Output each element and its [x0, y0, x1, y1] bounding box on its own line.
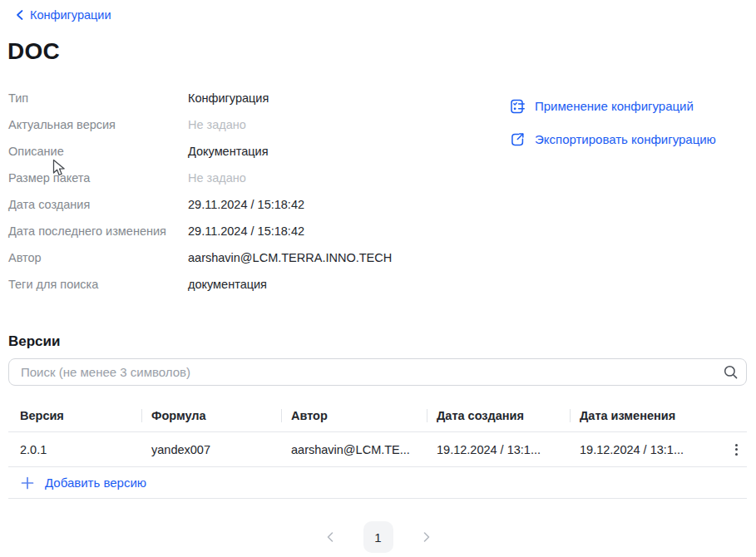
- detail-label: Автор: [8, 249, 188, 266]
- detail-label: Актуальная версия: [8, 116, 188, 133]
- versions-table: Версия Формула Автор Дата создания Дата …: [8, 400, 747, 499]
- detail-label: Теги для поиска: [8, 276, 188, 293]
- column-header-created: Дата создания: [427, 409, 570, 422]
- row-menu-button[interactable]: [732, 441, 741, 459]
- detail-value: Не задано: [188, 116, 491, 133]
- apply-configurations-link[interactable]: Применение конфигураций: [509, 97, 716, 115]
- add-version-button[interactable]: Добавить версию: [8, 476, 146, 490]
- chevron-left-icon: [15, 9, 24, 21]
- detail-label: Тип: [8, 90, 188, 106]
- details-list: Тип Конфигурация Актуальная версия Не за…: [8, 90, 491, 293]
- page-title: DOC: [7, 38, 60, 65]
- chevron-left-icon: [324, 530, 337, 544]
- table-header-row: Версия Формула Автор Дата создания Дата …: [8, 400, 747, 432]
- pagination: 1: [0, 521, 756, 553]
- column-header-version: Версия: [8, 409, 141, 422]
- detail-value: Конфигурация: [188, 90, 491, 106]
- table-row[interactable]: 2.0.1 yandex007 aarshavin@LCM.TE... 19.1…: [8, 432, 747, 467]
- cell-author: aarshavin@LCM.TE...: [281, 443, 427, 456]
- cell-modified: 19.12.2024 / 13:1...: [570, 443, 726, 456]
- column-header-modified: Дата изменения: [570, 409, 726, 422]
- column-header-formula: Формула: [141, 409, 281, 422]
- back-link-label: Конфигурации: [30, 8, 111, 22]
- detail-label: Дата последнего изменения: [8, 223, 188, 239]
- detail-value: Документация: [188, 143, 491, 160]
- configuration-detail-page: Конфигурации DOC Тип Конфигурация Актуал…: [0, 0, 756, 557]
- search-icon: [723, 364, 739, 380]
- detail-value: Не задано: [188, 170, 491, 186]
- search-input[interactable]: [8, 358, 747, 386]
- action-label: Применение конфигураций: [535, 97, 694, 115]
- pagination-next-button[interactable]: [418, 529, 434, 545]
- add-version-row: Добавить версию: [8, 467, 747, 499]
- action-links: Применение конфигураций Экспортировать к…: [509, 97, 716, 148]
- pagination-page-current[interactable]: 1: [363, 521, 393, 553]
- cell-version: 2.0.1: [8, 443, 141, 456]
- detail-label: Описание: [8, 143, 188, 160]
- detail-label: Дата создания: [8, 196, 188, 213]
- plus-icon: [21, 476, 34, 490]
- export-icon: [509, 131, 526, 148]
- detail-value: 29.11.2024 / 15:18:42: [188, 196, 491, 213]
- kebab-icon: [735, 444, 738, 446]
- detail-value: документация: [188, 276, 491, 293]
- search-button[interactable]: [723, 364, 739, 380]
- versions-heading: Версии: [8, 333, 60, 350]
- checklist-icon: [509, 98, 526, 115]
- pagination-prev-button[interactable]: [323, 529, 338, 545]
- export-configuration-link[interactable]: Экспортировать конфигурацию: [509, 131, 716, 148]
- column-header-author: Автор: [281, 409, 427, 422]
- action-label: Экспортировать конфигурацию: [535, 131, 716, 148]
- detail-label: Размер пакета: [8, 170, 188, 186]
- add-version-label: Добавить версию: [45, 476, 146, 490]
- detail-value: aarshavin@LCM.TERRA.INNO.TECH: [188, 249, 491, 266]
- chevron-right-icon: [420, 530, 432, 544]
- back-link[interactable]: Конфигурации: [15, 8, 111, 22]
- search-box: [8, 358, 747, 386]
- detail-value: 29.11.2024 / 15:18:42: [188, 223, 491, 239]
- cell-created: 19.12.2024 / 13:1...: [427, 443, 570, 456]
- cell-formula: yandex007: [141, 443, 281, 456]
